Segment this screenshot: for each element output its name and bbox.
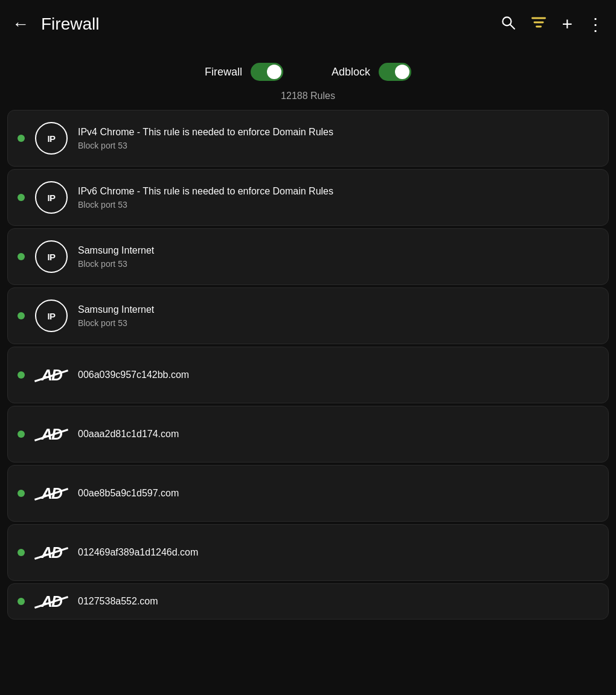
- rule-title: 012469af389a1d1246d.com: [78, 546, 198, 559]
- ip-icon: IP: [34, 299, 68, 333]
- rule-title: 00ae8b5a9c1d597.com: [78, 487, 179, 500]
- rule-subtitle: Block port 53: [78, 318, 154, 328]
- rules-list: IPIPv4 Chrome - This rule is needed to e…: [0, 110, 616, 620]
- svg-line-1: [510, 25, 515, 29]
- ad-icon: AD: [34, 476, 68, 510]
- rules-count: 12188 Rules: [0, 87, 616, 110]
- adblock-toggle-track: [379, 63, 411, 81]
- search-icon[interactable]: [500, 14, 516, 34]
- status-dot: [18, 312, 25, 319]
- rule-item[interactable]: IPSamsung InternetBlock port 53: [7, 287, 609, 344]
- status-dot: [18, 135, 25, 142]
- controls-row: Firewall Adblock: [0, 48, 616, 87]
- ip-icon: IP: [34, 121, 68, 155]
- status-dot: [18, 431, 25, 438]
- header: ← Firewall + ⋮: [0, 0, 616, 48]
- ad-icon: AD: [34, 536, 68, 569]
- more-options-icon[interactable]: ⋮: [587, 14, 604, 34]
- firewall-toggle-group: Firewall: [205, 63, 283, 81]
- rule-title: 00aaa2d81c1d174.com: [78, 428, 179, 441]
- status-dot: [18, 253, 25, 260]
- ip-icon: IP: [34, 240, 68, 274]
- firewall-toggle-thumb: [267, 65, 281, 79]
- status-dot: [18, 371, 25, 379]
- rule-text: 012469af389a1d1246d.com: [78, 546, 198, 559]
- ip-icon: IP: [34, 181, 68, 214]
- back-button[interactable]: ←: [12, 14, 29, 34]
- rule-item[interactable]: IPSamsung InternetBlock port 53: [7, 228, 609, 285]
- rule-title: 0127538a552.com: [78, 595, 158, 608]
- status-dot: [18, 598, 25, 605]
- status-dot: [18, 549, 25, 556]
- rule-title: Samsung Internet: [78, 245, 154, 257]
- ad-icon: AD: [34, 585, 68, 618]
- firewall-label: Firewall: [205, 66, 242, 78]
- filter-icon[interactable]: [530, 14, 547, 34]
- rule-text: 006a039c957c142bb.com: [78, 369, 189, 382]
- rule-text: Samsung InternetBlock port 53: [78, 304, 154, 328]
- adblock-toggle[interactable]: [379, 63, 411, 81]
- rule-title: 006a039c957c142bb.com: [78, 369, 189, 382]
- rule-item[interactable]: IPIPv4 Chrome - This rule is needed to e…: [7, 110, 609, 167]
- firewall-toggle[interactable]: [251, 63, 283, 81]
- rule-text: IPv6 Chrome - This rule is needed to enf…: [78, 185, 333, 210]
- rule-text: 00aaa2d81c1d174.com: [78, 428, 179, 441]
- add-icon[interactable]: +: [562, 14, 573, 34]
- status-dot: [18, 490, 25, 497]
- rule-item[interactable]: IPIPv6 Chrome - This rule is needed to e…: [7, 169, 609, 226]
- rule-subtitle: Block port 53: [78, 200, 333, 210]
- rule-subtitle: Block port 53: [78, 259, 154, 269]
- rule-text: IPv4 Chrome - This rule is needed to enf…: [78, 126, 333, 151]
- rule-item[interactable]: AD0127538a552.com: [7, 583, 609, 620]
- rule-subtitle: Block port 53: [78, 141, 333, 150]
- rule-title: Samsung Internet: [78, 304, 154, 316]
- header-actions: + ⋮: [500, 14, 604, 34]
- rule-title: IPv6 Chrome - This rule is needed to enf…: [78, 185, 333, 198]
- rule-text: 00ae8b5a9c1d597.com: [78, 487, 179, 500]
- rule-text: Samsung InternetBlock port 53: [78, 245, 154, 269]
- ad-icon: AD: [34, 417, 68, 451]
- ad-icon: AD: [34, 358, 68, 392]
- rule-item[interactable]: AD006a039c957c142bb.com: [7, 347, 609, 403]
- adblock-toggle-group: Adblock: [332, 63, 411, 81]
- rule-title: IPv4 Chrome - This rule is needed to enf…: [78, 126, 333, 139]
- rule-item[interactable]: AD00ae8b5a9c1d597.com: [7, 465, 609, 522]
- adblock-toggle-thumb: [395, 65, 409, 79]
- adblock-label: Adblock: [332, 66, 370, 78]
- page-title: Firewall: [41, 14, 500, 34]
- status-dot: [18, 194, 25, 201]
- firewall-toggle-track: [251, 63, 283, 81]
- rule-item[interactable]: AD00aaa2d81c1d174.com: [7, 406, 609, 463]
- rule-item[interactable]: AD012469af389a1d1246d.com: [7, 524, 609, 581]
